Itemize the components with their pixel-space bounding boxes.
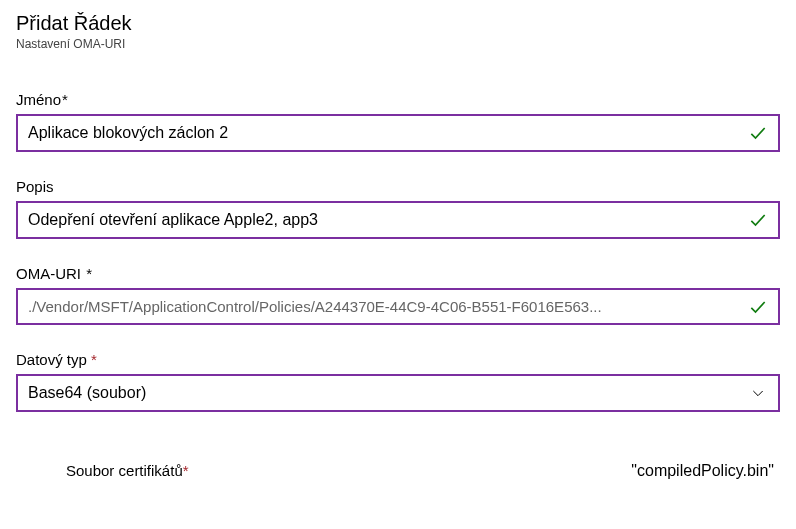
omauri-label: OMA-URI [16,265,780,282]
page-title: Přidat Řádek [16,12,780,35]
chevron-down-icon [750,385,766,401]
description-input-wrapper [16,201,780,239]
datatype-select[interactable]: Base64 (soubor) [16,374,780,412]
datatype-value: Base64 (soubor) [18,376,778,410]
omauri-input-wrapper [16,288,780,325]
description-input[interactable] [18,203,778,237]
page-subtitle: Nastavení OMA-URI [16,37,780,51]
description-label: Popis [16,178,780,195]
certificate-file-value: "compiledPolicy.bin" [631,462,774,480]
check-icon [748,210,768,230]
certificate-file-label: Soubor certifikátů* [66,462,189,479]
datatype-label: Datový typ [16,351,780,368]
name-input[interactable] [18,116,778,150]
check-icon [748,297,768,317]
omauri-input[interactable] [18,290,778,323]
name-label: Jméno [16,91,780,108]
check-icon [748,123,768,143]
name-input-wrapper [16,114,780,152]
